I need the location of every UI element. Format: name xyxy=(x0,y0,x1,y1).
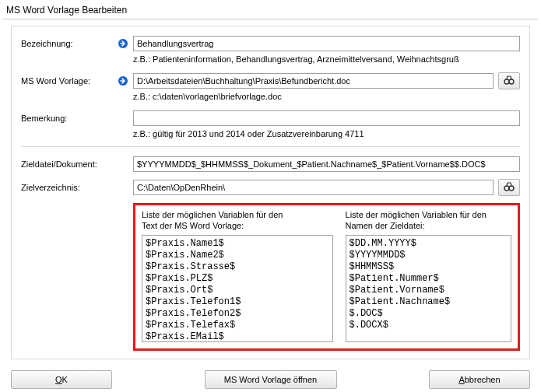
vars-left-caption: Liste der möglichen Variablen für denTex… xyxy=(142,210,333,232)
ok-button[interactable]: OOKK xyxy=(11,370,112,389)
browse-vorlage-button[interactable] xyxy=(498,72,520,89)
browse-zielverzeichnis-button[interactable] xyxy=(498,179,520,196)
variables-highlight-box: Liste der möglichen Variablen für denTex… xyxy=(133,203,520,351)
hint-bezeichnung: z.B.: Patienteninformation, Behandlungsv… xyxy=(133,54,520,64)
vars-right-caption: Liste der möglichen Variablen für denNam… xyxy=(346,210,511,232)
input-bemerkung[interactable] xyxy=(133,110,520,126)
form-panel: Bezeichnung: z.B.: Patienteninformation,… xyxy=(11,26,530,359)
label-bemerkung: Bemerkung: xyxy=(21,114,118,123)
hint-bemerkung: z.B.: gültig für 2013 und 2014 oder Zusa… xyxy=(133,129,520,138)
hint-vorlage: z.B.: c:\daten\vorlagen\briefvorlage.doc xyxy=(133,92,520,101)
binoculars-icon xyxy=(504,182,515,193)
title-divider xyxy=(3,19,538,19)
inner-divider xyxy=(21,146,520,147)
input-bezeichnung[interactable] xyxy=(133,36,520,51)
vars-left-list[interactable]: $Praxis.Name1$ $Praxis.Name2$ $Praxis.St… xyxy=(142,235,333,342)
arrow-right-icon xyxy=(118,75,128,86)
label-zieldatei: Zieldatei/Dokument: xyxy=(21,159,118,169)
label-zielverzeichnis: Zielverzeichnis: xyxy=(21,183,118,192)
window-title: MS Word Vorlage Bearbeiten xyxy=(0,0,541,19)
input-zieldatei[interactable] xyxy=(133,156,520,172)
vars-right-list[interactable]: $DD.MM.YYYY$ $YYYYMMDD$ $HHMMSS$ $Patien… xyxy=(346,235,511,342)
open-template-button[interactable]: MS Word Vorlage öffnen xyxy=(205,370,337,389)
cancel-button[interactable]: AbbrechenAbbrechen xyxy=(429,370,530,389)
binoculars-icon xyxy=(504,75,515,86)
footer-buttons: OOKK MS Word Vorlage öffnen AbbrechenAbb… xyxy=(0,364,541,393)
input-vorlage[interactable] xyxy=(133,73,494,89)
input-zielverzeichnis[interactable] xyxy=(133,180,494,195)
label-bezeichnung: Bezeichnung: xyxy=(21,39,118,48)
label-vorlage: MS Word Vorlage: xyxy=(21,76,118,86)
arrow-right-icon xyxy=(118,38,128,49)
